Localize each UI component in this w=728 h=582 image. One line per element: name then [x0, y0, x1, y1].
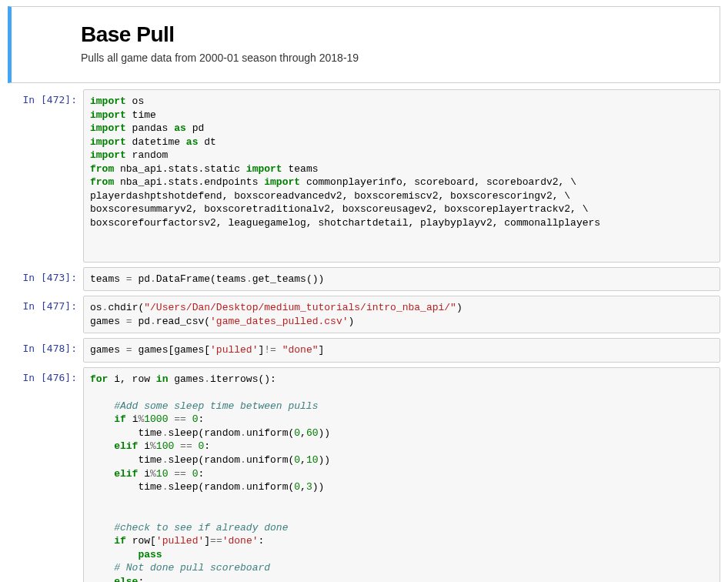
code-token: elif: [114, 468, 138, 480]
markdown-subtitle: Pulls all game data from 2000-01 season …: [81, 52, 710, 64]
code-token: import: [90, 149, 126, 161]
code-token: ==: [174, 413, 186, 425]
code-token: =: [126, 344, 132, 356]
code-token: 0: [294, 454, 300, 466]
code-token: import: [90, 122, 126, 134]
code-token: in: [156, 373, 169, 385]
code-token: 10: [306, 454, 319, 466]
markdown-title: Base Pull: [81, 22, 710, 47]
code-token: 0: [294, 427, 300, 439]
code-token: =: [126, 316, 132, 327]
code-cell[interactable]: In [477]:os.chdir("/Users/Dan/Desktop/me…: [8, 296, 720, 333]
code-input-area[interactable]: import os import time import pandas as p…: [83, 89, 720, 263]
input-prompt: In [477]:: [8, 296, 83, 333]
code-token: .: [240, 454, 246, 466]
code-token: .: [204, 373, 210, 385]
code-input-area[interactable]: os.chdir("/Users/Dan/Desktop/medium_tuto…: [83, 296, 720, 333]
code-token: .: [246, 273, 252, 285]
code-token: %: [150, 468, 156, 480]
code-cell[interactable]: In [478]:games = games[games['pulled']!=…: [8, 338, 720, 363]
input-prompt: In [476]:: [8, 367, 83, 582]
code-token: 60: [306, 427, 319, 439]
code-token: "done": [282, 344, 319, 356]
code-input-area[interactable]: teams = pd.DataFrame(teams.get_teams()): [83, 267, 720, 292]
code-token: 'game_dates_pulled.csv': [210, 316, 348, 327]
markdown-cell-inner: Base Pull Pulls all game data from 2000-…: [12, 22, 720, 64]
code-token: 10: [156, 468, 169, 480]
code-token: .: [162, 427, 169, 439]
code-token: for: [90, 373, 108, 385]
code-token: .: [102, 302, 109, 313]
code-token: .: [150, 316, 156, 327]
notebook-container: Base Pull Pulls all game data from 2000-…: [0, 6, 728, 582]
code-token: from: [90, 163, 114, 175]
input-prompt: In [473]:: [8, 267, 83, 292]
code-token: .: [162, 454, 169, 466]
code-token: "/Users/Dan/Desktop/medium_tutorials/int…: [144, 302, 456, 313]
code-token: 0: [192, 413, 199, 425]
code-token: 3: [306, 481, 312, 493]
code-token: #check to see if already done: [114, 522, 288, 534]
code-token: from: [90, 176, 114, 188]
code-token: ==: [210, 535, 222, 547]
code-token: import: [90, 136, 126, 148]
code-token: as: [186, 136, 199, 148]
code-token: import: [246, 163, 282, 175]
code-token: as: [174, 122, 186, 134]
code-cell[interactable]: In [476]:for i, row in games.iterrows():…: [8, 367, 720, 582]
code-input-area[interactable]: games = games[games['pulled']!= "done"]: [83, 338, 720, 363]
code-token: 'done': [222, 535, 259, 547]
code-token: 'pulled': [156, 535, 204, 547]
code-cell[interactable]: In [473]:teams = pd.DataFrame(teams.get_…: [8, 267, 720, 292]
code-token: .: [150, 273, 156, 285]
markdown-cell[interactable]: Base Pull Pulls all game data from 2000-…: [8, 6, 720, 83]
code-token: 0: [294, 481, 300, 493]
code-token: !=: [264, 344, 276, 356]
code-token: if: [114, 413, 126, 425]
code-token: .: [162, 481, 169, 493]
code-token: 'pulled': [210, 344, 258, 356]
code-token: if: [114, 535, 126, 547]
code-token: %: [150, 440, 156, 452]
input-prompt: In [472]:: [8, 89, 83, 263]
code-token: 0: [192, 468, 199, 480]
code-token: import: [264, 176, 300, 188]
code-token: import: [90, 109, 126, 121]
code-token: # Not done pull scoreboard: [114, 562, 270, 574]
code-token: .: [240, 427, 246, 439]
code-token: .: [240, 481, 246, 493]
code-token: 0: [199, 440, 205, 452]
code-token: =: [126, 273, 132, 285]
code-token: pass: [138, 549, 162, 560]
code-token: import: [90, 95, 126, 107]
code-token: else: [114, 576, 138, 582]
code-token: ==: [174, 468, 186, 480]
code-token: 100: [156, 440, 174, 452]
input-prompt: In [478]:: [8, 338, 83, 363]
code-cell[interactable]: In [472]:import os import time import pa…: [8, 89, 720, 263]
code-token: #Add some sleep time between pulls: [114, 400, 318, 412]
code-token: ==: [180, 440, 192, 452]
code-token: elif: [114, 440, 138, 452]
code-token: 1000: [144, 413, 168, 425]
code-input-area[interactable]: for i, row in games.iterrows(): #Add som…: [83, 367, 720, 582]
